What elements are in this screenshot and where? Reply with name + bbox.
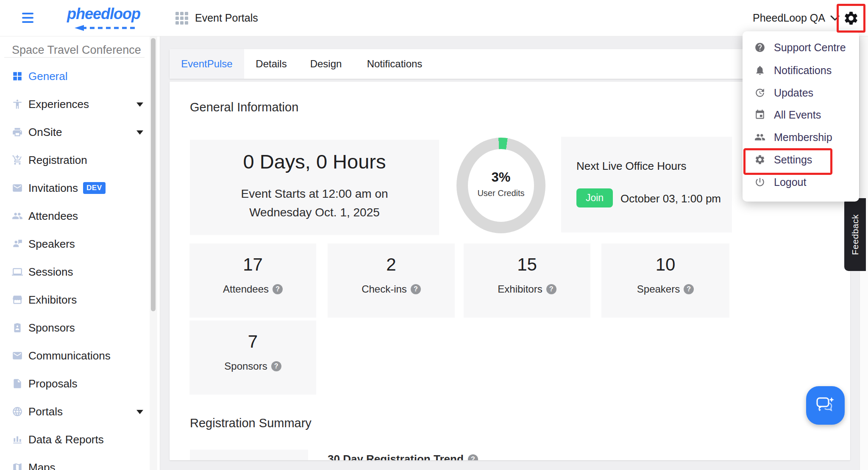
help-icon[interactable]: ? bbox=[411, 284, 421, 294]
menu-item-updates[interactable]: Updates bbox=[743, 84, 859, 101]
pheedloop-logo[interactable]: pheedloop bbox=[67, 5, 147, 30]
document-icon bbox=[12, 378, 23, 389]
speaker-person-icon bbox=[12, 238, 23, 249]
feedback-label: Feedback bbox=[850, 214, 860, 255]
sidebar-border bbox=[160, 0, 160, 470]
stat-value: 2 bbox=[328, 254, 455, 275]
menu-item-support-centre[interactable]: Support Centre bbox=[743, 39, 859, 56]
sidebar-item-onsite[interactable]: OnSite bbox=[0, 124, 150, 141]
help-icon[interactable]: ? bbox=[546, 284, 556, 294]
update-clock-icon bbox=[754, 87, 765, 98]
cart-icon bbox=[12, 155, 23, 166]
settings-gear-icon[interactable] bbox=[843, 10, 859, 26]
countdown-value: 0 Days, 0 Hours bbox=[190, 150, 439, 173]
people-icon bbox=[754, 132, 765, 143]
expand-chevron-icon[interactable] bbox=[136, 410, 143, 414]
logo-text: pheedloop bbox=[67, 5, 140, 22]
laptop-icon bbox=[12, 266, 23, 277]
stat-card-sponsors: 7 Sponsors? bbox=[189, 321, 316, 395]
menu-item-all-events[interactable]: All Events bbox=[743, 106, 859, 123]
map-icon bbox=[12, 462, 23, 470]
office-hours-title: Next Live Office Hours bbox=[576, 160, 687, 173]
stat-value: 15 bbox=[464, 254, 590, 275]
stat-card-attendees: 17 Attendees? bbox=[189, 243, 316, 318]
annotation-box-settings bbox=[743, 148, 832, 175]
stat-label: Check-ins bbox=[362, 283, 407, 295]
app-window: pheedloop Event Portals PheedLoop QA Spa… bbox=[0, 0, 868, 470]
sidebar: Space Travel Conference General Experien… bbox=[0, 36, 160, 470]
join-button[interactable]: Join bbox=[576, 188, 613, 207]
grid-apps-icon bbox=[175, 12, 188, 25]
stat-value: 17 bbox=[189, 254, 316, 275]
annotation-box-gear bbox=[837, 4, 865, 33]
tab-eventpulse[interactable]: EventPulse bbox=[170, 49, 244, 79]
registration-summary-heading: Registration Summary bbox=[190, 416, 312, 430]
feedback-tab[interactable]: Feedback bbox=[844, 198, 866, 271]
account-name: PheedLoop QA bbox=[753, 12, 825, 24]
tab-details[interactable]: Details bbox=[254, 49, 289, 79]
account-switcher[interactable]: PheedLoop QA bbox=[753, 0, 840, 36]
logo-dashed-arrow-icon bbox=[73, 25, 136, 31]
stat-label: Sponsors bbox=[224, 360, 267, 372]
help-circle-icon bbox=[754, 42, 765, 53]
stat-value: 7 bbox=[189, 332, 316, 352]
sidebar-item-maps[interactable]: Maps bbox=[0, 459, 150, 470]
envelope-icon bbox=[12, 350, 23, 361]
event-name: Space Travel Conference bbox=[12, 44, 141, 57]
stat-card-checkins: 2 Check-ins? bbox=[328, 243, 455, 318]
sidebar-item-attendees[interactable]: Attendees bbox=[0, 207, 150, 224]
expand-chevron-icon[interactable] bbox=[136, 102, 143, 107]
sidebar-item-experiences[interactable]: Experiences bbox=[0, 96, 150, 113]
bell-icon bbox=[754, 65, 765, 76]
sidebar-item-sponsors[interactable]: Sponsors bbox=[0, 319, 150, 336]
help-icon[interactable]: ? bbox=[271, 361, 281, 371]
sidebar-item-communications[interactable]: Communications bbox=[0, 347, 150, 364]
storefront-icon bbox=[12, 294, 23, 305]
expand-chevron-icon[interactable] bbox=[136, 130, 143, 135]
menu-item-notifications[interactable]: Notifications bbox=[743, 62, 859, 79]
general-information-heading: General Information bbox=[190, 100, 298, 114]
sidebar-item-data-reports[interactable]: Data & Reports bbox=[0, 431, 150, 448]
sidebar-item-sessions[interactable]: Sessions bbox=[0, 263, 150, 280]
countdown-panel: 0 Days, 0 Hours Event Starts at 12:00 am… bbox=[190, 140, 439, 235]
hamburger-menu-icon[interactable] bbox=[22, 13, 33, 23]
help-icon[interactable]: ? bbox=[684, 284, 694, 294]
tab-notifications[interactable]: Notifications bbox=[364, 49, 425, 79]
calendar-icon bbox=[754, 109, 765, 120]
badge-icon bbox=[12, 322, 23, 333]
envelope-icon bbox=[12, 182, 23, 194]
dev-badge: DEV bbox=[83, 182, 105, 194]
person-icon bbox=[12, 99, 23, 110]
people-icon bbox=[12, 210, 23, 221]
sidebar-item-proposals[interactable]: Proposals bbox=[0, 375, 150, 392]
registration-chart-placeholder bbox=[190, 450, 308, 460]
stat-label: Attendees bbox=[223, 283, 269, 295]
tab-design[interactable]: Design bbox=[309, 49, 343, 79]
help-icon[interactable]: ? bbox=[273, 284, 283, 294]
event-start-line2: Wednesday Oct. 1, 2025 bbox=[190, 206, 439, 219]
menu-item-membership[interactable]: Membership bbox=[743, 129, 859, 146]
sidebar-item-portals[interactable]: Portals bbox=[0, 403, 150, 420]
sidebar-item-registration[interactable]: Registration bbox=[0, 152, 150, 169]
help-icon[interactable]: ? bbox=[468, 454, 478, 461]
section-title: Event Portals bbox=[195, 12, 258, 24]
office-hours-datetime: October 03, 1:00 pm bbox=[620, 192, 721, 205]
printer-icon bbox=[12, 127, 23, 138]
power-icon bbox=[754, 177, 765, 188]
donut-caption: User Credits bbox=[456, 188, 545, 198]
sidebar-item-exhibitors[interactable]: Exhibitors bbox=[0, 291, 150, 308]
user-credits-donut-chart: 3% User Credits bbox=[456, 138, 545, 233]
sidebar-scrollbar-thumb[interactable] bbox=[151, 38, 156, 311]
sidebar-item-invitations[interactable]: Invitations DEV bbox=[0, 180, 150, 196]
menu-item-logout[interactable]: Logout bbox=[743, 174, 859, 191]
dashboard-grid-icon bbox=[12, 71, 23, 82]
stat-value: 10 bbox=[601, 254, 729, 275]
globe-icon bbox=[12, 406, 23, 417]
sidebar-divider bbox=[4, 57, 145, 58]
stat-label: Exhibitors bbox=[498, 283, 542, 295]
office-hours-panel: Next Live Office Hours Join October 03, … bbox=[561, 137, 732, 232]
stat-label: Speakers bbox=[637, 283, 680, 295]
sidebar-item-general[interactable]: General bbox=[0, 68, 150, 85]
sidebar-item-speakers[interactable]: Speakers bbox=[0, 235, 150, 252]
chat-widget-button[interactable] bbox=[806, 386, 845, 425]
